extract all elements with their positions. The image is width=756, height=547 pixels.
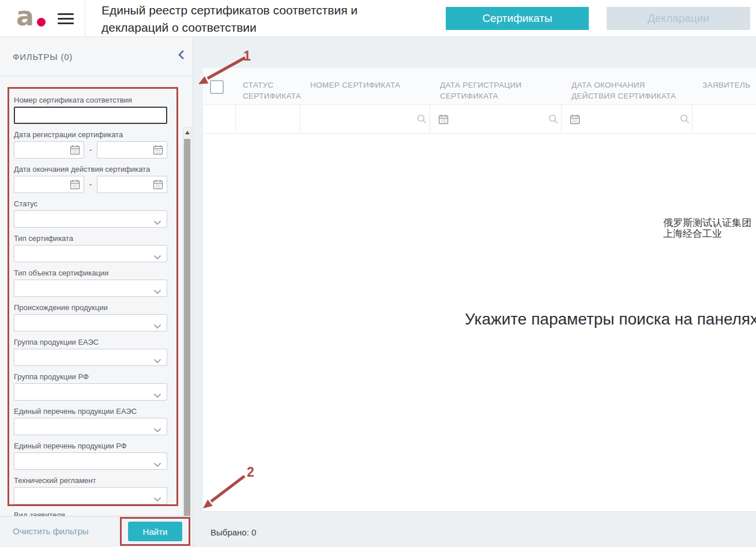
column-header-reg-date: ДАТА РЕГИСТРАЦИИ СЕРТИФИКАТА — [440, 80, 535, 101]
clear-filters-link[interactable]: Очистить фильтры — [13, 526, 89, 536]
results-table: СТАТУС СЕРТИФИКАТА НОМЕР СЕРТИФИКАТА ДАТ… — [203, 68, 756, 512]
selected-count: Выбрано: 0 — [210, 527, 256, 537]
tech-regulation-select[interactable] — [14, 487, 167, 504]
logo-dot-icon — [37, 18, 46, 27]
scrollbar-thumb[interactable] — [184, 139, 190, 517]
status-select[interactable] — [14, 210, 167, 228]
calendar-icon[interactable] — [70, 179, 80, 192]
reg-date-search-icon[interactable] — [548, 114, 558, 126]
filter-field-product-group-eaeu: Группа продукции ЕАЭС — [14, 338, 167, 372]
table-header-row: СТАТУС СЕРТИФИКАТА НОМЕР СЕРТИФИКАТА ДАТ… — [203, 68, 756, 105]
logo-letter: a — [16, 1, 34, 32]
table-filter-row — [203, 105, 756, 134]
reg-date-from-input[interactable] — [14, 141, 84, 159]
unified-list-eaeu-select[interactable] — [14, 418, 167, 435]
chevron-down-icon — [153, 494, 161, 504]
expiry-date-range: - — [14, 176, 167, 193]
filters-header: ФИЛЬТРЫ (0) — [0, 37, 193, 76]
cert-type-select[interactable] — [14, 245, 167, 262]
filters-scroll-area: Номер сертификата соответствияДата регис… — [0, 76, 182, 516]
filter-field-tech-regulation: Технический регламент — [14, 476, 167, 511]
select-all-checkbox[interactable] — [210, 80, 224, 94]
watermark-line2: 上海经合工业 — [663, 228, 751, 239]
unified-list-rf-select[interactable] — [14, 452, 167, 470]
filter-field-unified-list-rf: Единый перечень продукции РФ — [14, 442, 167, 476]
calendar-icon[interactable] — [70, 145, 80, 157]
product-group-rf-select[interactable] — [14, 383, 167, 401]
filter-label-object-type: Тип объекта сертификации — [14, 269, 167, 277]
chevron-down-icon — [153, 390, 161, 401]
product-group-eaeu-select[interactable] — [14, 349, 167, 366]
chevron-down-icon — [153, 321, 161, 331]
chevron-down-icon — [153, 286, 161, 297]
find-button[interactable]: Найти — [128, 522, 182, 541]
chevron-down-icon — [153, 459, 161, 470]
filter-field-expiry-date: Дата окончания действия сертификата- — [14, 165, 167, 199]
filter-field-reg-date: Дата регистрации сертификата- — [14, 130, 167, 165]
filter-field-cert-number: Номер сертификата соответствия — [14, 96, 167, 130]
annotation-number-1: 1 — [243, 48, 251, 64]
filter-label-expiry-date: Дата окончания действия сертификата — [14, 165, 167, 173]
expiry-date-calendar-icon[interactable] — [570, 114, 580, 127]
chevron-down-icon — [153, 252, 161, 262]
cert-number-input[interactable] — [14, 107, 167, 124]
filter-label-status: Статус — [14, 199, 167, 208]
chevron-down-icon — [153, 217, 161, 228]
expiry-date-search-icon[interactable] — [680, 114, 690, 126]
filter-field-status: Статус — [14, 199, 167, 234]
page-title: Единый реестр сертификатов соответствия … — [101, 2, 358, 36]
expiry-date-from-input[interactable] — [14, 176, 84, 193]
filter-label-cert-number: Номер сертификата соответствия — [14, 96, 167, 104]
product-origin-select[interactable] — [14, 314, 167, 331]
filter-field-unified-list-eaeu: Единый перечень продукции ЕАЭС — [14, 407, 167, 442]
menu-hamburger-icon[interactable] — [58, 13, 74, 25]
filter-label-cert-type: Тип сертификата — [14, 234, 167, 243]
reg-date-calendar-icon[interactable] — [438, 114, 449, 127]
column-header-number: НОМЕР СЕРТИФИКАТА — [310, 80, 443, 90]
filter-field-applicant-kind: Вид заявителя — [14, 511, 167, 516]
filter-label-product-group-rf: Группа продукции РФ — [14, 372, 167, 381]
scrollbar-up-arrow-icon[interactable] — [185, 131, 190, 134]
filter-label-reg-date: Дата регистрации сертификата — [14, 130, 167, 139]
filter-list: Номер сертификата соответствияДата регис… — [14, 96, 167, 516]
filter-field-product-group-rf: Группа продукции РФ — [14, 372, 167, 407]
chevron-down-icon — [153, 356, 161, 366]
tab-certificates[interactable]: Сертификаты — [446, 7, 589, 30]
empty-state-message: Укажите параметры поиска на панелях — [465, 310, 756, 329]
filter-label-tech-regulation: Технический регламент — [14, 476, 167, 485]
filters-footer: Очистить фильтры Найти — [0, 516, 193, 547]
filters-sidebar: ФИЛЬТРЫ (0) Номер сертификата соответств… — [0, 37, 193, 547]
filter-label-unified-list-eaeu: Единый перечень продукции ЕАЭС — [14, 407, 167, 416]
sidebar-scrollbar[interactable] — [183, 127, 191, 547]
page-title-line2: деклараций о соответствии — [101, 19, 358, 36]
calendar-icon[interactable] — [153, 179, 163, 192]
column-header-status: СТАТУС СЕРТИФИКАТА — [243, 80, 312, 101]
chevron-down-icon — [153, 425, 161, 435]
reg-date-to-input[interactable] — [97, 141, 167, 159]
filter-field-cert-type: Тип сертификата — [14, 234, 167, 269]
filters-title: ФИЛЬТРЫ (0) — [13, 52, 73, 62]
date-range-dash: - — [84, 145, 97, 154]
watermark-line1: 俄罗斯测试认证集团 — [663, 217, 751, 228]
filter-field-product-origin: Происхождение продукции — [14, 303, 167, 338]
expiry-date-to-input[interactable] — [97, 176, 167, 193]
column-header-applicant: ЗАЯВИТЕЛЬ — [702, 80, 756, 90]
number-search-icon[interactable] — [417, 114, 427, 126]
watermark-text: 俄罗斯测试认证集团 上海经合工业 — [663, 217, 751, 239]
filter-label-product-group-eaeu: Группа продукции ЕАЭС — [14, 338, 167, 346]
reg-date-range: - — [14, 141, 167, 159]
filter-label-product-origin: Происхождение продукции — [14, 303, 167, 312]
date-range-dash: - — [84, 180, 97, 189]
filter-label-applicant-kind: Вид заявителя — [14, 511, 167, 516]
tab-declarations[interactable]: Декларации — [607, 7, 750, 30]
object-type-select[interactable] — [14, 280, 167, 297]
top-header: a Единый реестр сертификатов соответстви… — [0, 0, 756, 37]
page-title-line1: Единый реестр сертификатов соответствия … — [101, 2, 358, 19]
column-header-expiry-date: ДАТА ОКОНЧАНИЯ ДЕЙСТВИЯ СЕРТИФИКАТА — [571, 80, 687, 101]
collapse-sidebar-chevron-left-icon[interactable] — [178, 50, 189, 63]
filter-field-object-type: Тип объекта сертификации — [14, 269, 167, 303]
calendar-icon[interactable] — [153, 145, 163, 157]
filter-label-unified-list-rf: Единый перечень продукции РФ — [14, 442, 167, 450]
